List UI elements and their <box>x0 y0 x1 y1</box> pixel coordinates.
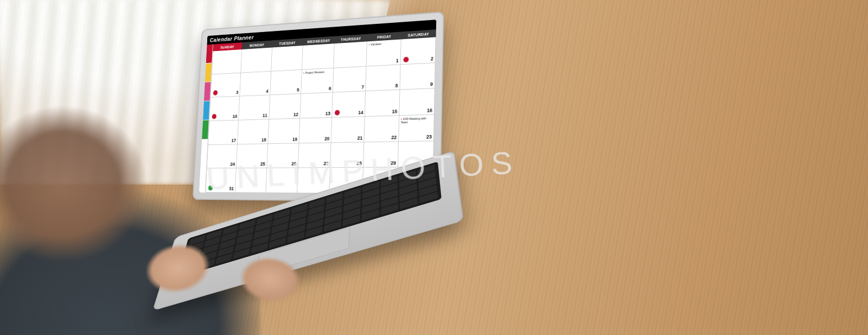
event-note: •Project Reviews <box>303 69 332 74</box>
event-dot-icon <box>335 110 340 115</box>
day-number: 22 <box>391 135 397 140</box>
day-number: 5 <box>297 87 299 93</box>
event-note: •9:00 Meeting with Team <box>400 117 432 124</box>
sidebar-tab[interactable] <box>203 101 209 121</box>
day-number: 27 <box>323 161 329 166</box>
day-number: 3 <box>236 90 239 96</box>
calendar-cell <box>266 168 298 193</box>
day-number: 26 <box>291 161 296 167</box>
day-number: 25 <box>260 161 265 167</box>
day-number: 12 <box>293 112 298 117</box>
calendar-cell <box>271 46 303 71</box>
day-number: 18 <box>261 137 266 142</box>
calendar-cell[interactable]: 26 <box>267 143 299 168</box>
calendar-cell[interactable]: 1•Vacation <box>367 39 401 66</box>
day-number: 1 <box>396 58 399 63</box>
calendar-cell[interactable]: 8 <box>366 65 401 91</box>
event-dot-icon <box>213 90 218 96</box>
calendar-cell[interactable]: 5 <box>270 69 302 95</box>
day-number: 28 <box>356 161 362 166</box>
day-number: 10 <box>233 113 238 119</box>
calendar-cell[interactable]: 14 <box>332 91 366 117</box>
day-number: 31 <box>229 186 234 191</box>
calendar-cell[interactable]: 17 <box>208 121 239 145</box>
day-number: 13 <box>326 111 331 116</box>
calendar-cell[interactable]: 7 <box>333 66 367 93</box>
bullet-icon: • <box>369 43 370 46</box>
day-number: 4 <box>266 89 269 94</box>
day-number: 6 <box>329 86 331 91</box>
calendar-cell[interactable]: 29 <box>363 142 398 168</box>
day-number: 19 <box>292 136 297 142</box>
day-number: 14 <box>358 110 363 115</box>
sidebar-tab[interactable] <box>202 120 208 140</box>
calendar-cell[interactable]: 11 <box>239 96 270 121</box>
day-number: 9 <box>430 81 433 87</box>
bullet-icon: • <box>303 71 304 74</box>
sidebar-tab[interactable] <box>206 45 213 64</box>
event-dot-icon <box>208 185 213 191</box>
day-number: 23 <box>426 134 432 140</box>
calendar-cell[interactable]: 22 <box>365 116 399 142</box>
calendar-cell[interactable]: 6•Project Reviews <box>301 68 334 94</box>
calendar-cell[interactable]: 23•9:00 Meeting with Team <box>399 115 435 141</box>
calendar-cell <box>212 49 242 74</box>
calendar-cell[interactable]: 18 <box>238 119 269 144</box>
sidebar-tab[interactable] <box>204 82 210 101</box>
calendar-cell[interactable]: 31 <box>206 168 237 193</box>
calendar-cell[interactable]: 21 <box>331 117 365 143</box>
day-number: 8 <box>395 83 398 89</box>
day-number: 29 <box>391 160 396 166</box>
calendar-cell[interactable]: 10 <box>209 97 240 121</box>
calendar-cell[interactable]: 15 <box>365 90 400 117</box>
day-number: 21 <box>358 135 363 141</box>
calendar-cell[interactable]: 16 <box>399 89 435 116</box>
event-dot-icon <box>212 114 216 119</box>
day-number: 20 <box>324 136 330 141</box>
calendar-cell[interactable]: 28 <box>330 142 365 168</box>
calendar-cell <box>241 47 272 73</box>
calendar-cell[interactable]: 20 <box>299 118 332 143</box>
day-number: 11 <box>263 113 267 118</box>
calendar-cell <box>334 41 367 68</box>
day-number: 16 <box>427 108 432 113</box>
calendar-cell <box>235 168 267 193</box>
day-number: 24 <box>230 162 235 167</box>
day-number: 15 <box>392 109 397 114</box>
calendar-cell <box>297 168 330 193</box>
calendar-cell[interactable]: 19 <box>268 118 300 143</box>
calendar-cell[interactable]: 27 <box>298 143 331 168</box>
calendar-cell[interactable]: 4 <box>240 71 271 96</box>
hand-right <box>231 251 317 313</box>
calendar-cell[interactable]: 25 <box>237 144 268 168</box>
calendar-cell[interactable]: 2 <box>400 37 436 65</box>
calendar-cell[interactable]: 9 <box>400 63 436 90</box>
calendar-cell[interactable]: 12 <box>269 94 301 119</box>
sidebar-tab[interactable] <box>205 63 212 82</box>
calendar-cell <box>302 43 335 69</box>
event-dot-icon <box>403 56 409 62</box>
calendar-cell[interactable]: 13 <box>300 93 333 119</box>
calendar-cell[interactable]: 3 <box>210 73 241 98</box>
day-number: 7 <box>361 85 364 90</box>
calendar-cell[interactable]: 24 <box>207 144 238 169</box>
event-note: •Vacation <box>369 41 399 47</box>
day-number: 2 <box>431 56 433 61</box>
bullet-icon: • <box>401 117 402 121</box>
day-number: 17 <box>231 138 236 143</box>
